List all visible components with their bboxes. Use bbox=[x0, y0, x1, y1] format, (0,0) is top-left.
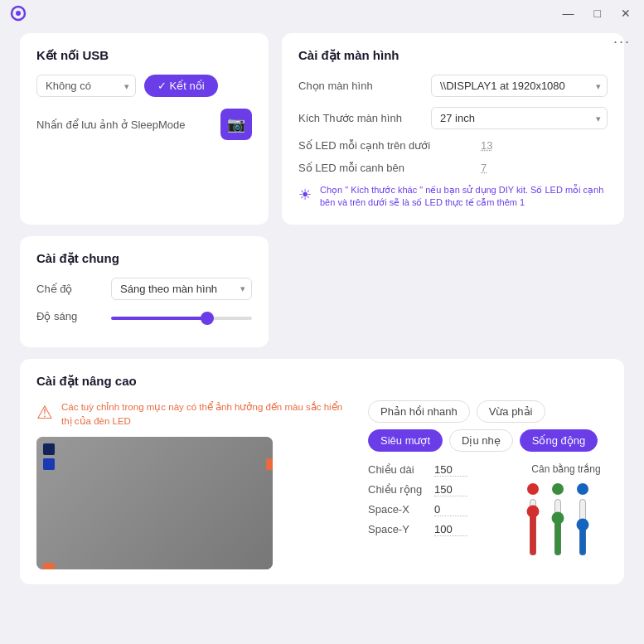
advanced-left: ⚠ Các tuỳ chỉnh trong mục này có thể ảnh… bbox=[36, 400, 351, 570]
top-row: Kết nối USB Không có ✓ Kết nối Nhấn để l… bbox=[20, 33, 624, 225]
general-card: Cài đặt chung Chế độ Sáng theo màn hình … bbox=[20, 236, 269, 347]
blue-slider[interactable] bbox=[574, 498, 591, 556]
maximize-button[interactable]: □ bbox=[591, 7, 604, 20]
red-dot bbox=[527, 483, 539, 495]
hint-icon: ☀ bbox=[298, 186, 312, 204]
space-x-label: Space-X bbox=[368, 503, 434, 516]
mode-select[interactable]: Sáng theo màn hình bbox=[111, 278, 252, 300]
advanced-card-title: Cài đặt nâng cao bbox=[36, 374, 608, 389]
led-bottom-label: Số LED mỗi cạnh trên dưới bbox=[298, 139, 481, 152]
monitor-select-label: Chọn màn hình bbox=[298, 80, 431, 92]
sleep-mode-label: Nhấn để lưu ảnh ở SleepMode bbox=[36, 119, 185, 131]
title-bar-left bbox=[10, 5, 27, 22]
param-and-balance: Chiều dài 150 Chiều rộng 150 Space-X 0 bbox=[368, 463, 608, 556]
hint-text: Chọn " Kích thước khác " nếu bạn sử dụng… bbox=[320, 184, 608, 210]
size-label: Kích Thước màn hình bbox=[298, 112, 431, 124]
camera-icon: 📷 bbox=[227, 115, 245, 133]
mode-btn-vivid[interactable]: Sống động bbox=[520, 429, 598, 452]
led-dot bbox=[43, 443, 55, 455]
led-bottom-row: Số LED mỗi cạnh trên dưới 13 bbox=[298, 139, 608, 152]
balance-title: Cân bằng trắng bbox=[525, 463, 608, 475]
title-bar: — □ ✕ bbox=[0, 0, 644, 27]
usb-card-title: Kết nối USB bbox=[36, 48, 252, 63]
led-dot bbox=[266, 458, 273, 470]
blue-dot bbox=[577, 483, 588, 495]
display-card-title: Cài đặt màn hình bbox=[298, 48, 608, 63]
connect-button[interactable]: ✓ Kết nối bbox=[144, 75, 218, 97]
main-content: Kết nối USB Không có ✓ Kết nối Nhấn để l… bbox=[0, 27, 644, 594]
params-section: Chiều dài 150 Chiều rộng 150 Space-X 0 bbox=[368, 463, 508, 556]
green-dot bbox=[552, 483, 564, 495]
space-y-row: Space-Y 100 bbox=[368, 523, 508, 536]
green-slider[interactable] bbox=[550, 498, 566, 556]
chieu-dai-value: 150 bbox=[434, 463, 467, 477]
size-select[interactable]: 27 inch bbox=[431, 107, 608, 129]
balance-green-col bbox=[550, 483, 566, 556]
hint-box: ☀ Chọn " Kích thước khác " nếu bạn sử dụ… bbox=[298, 184, 608, 210]
brightness-row: Độ sáng bbox=[36, 310, 252, 322]
chieu-rong-label: Chiều rộng bbox=[368, 483, 434, 496]
chieu-rong-row: Chiều rộng 150 bbox=[368, 483, 508, 496]
led-side-row: Số LED mỗi canh bên 7 bbox=[298, 162, 608, 174]
mode-select-wrapper: Sáng theo màn hình bbox=[111, 278, 252, 300]
led-side-label: Số LED mỗi canh bên bbox=[298, 162, 481, 174]
space-x-row: Space-X 0 bbox=[368, 503, 508, 516]
advanced-right: Phản hồi nhanh Vừa phải Siêu mượt Dịu nh… bbox=[368, 400, 608, 570]
brightness-slider[interactable] bbox=[111, 317, 252, 320]
chieu-dai-label: Chiều dài bbox=[368, 463, 434, 476]
mode-btn-soft[interactable]: Dịu nhẹ bbox=[449, 429, 513, 452]
usb-connect-row: Không có ✓ Kết nối bbox=[36, 75, 252, 97]
brightness-label: Độ sáng bbox=[36, 310, 111, 322]
more-options-button[interactable]: ··· bbox=[613, 33, 631, 51]
title-bar-controls: — □ ✕ bbox=[559, 7, 634, 20]
white-balance-section: Cân bằng trắng bbox=[525, 463, 608, 556]
warning-icon: ⚠ bbox=[36, 402, 53, 424]
led-dot bbox=[43, 563, 55, 569]
space-y-label: Space-Y bbox=[368, 523, 434, 535]
monitor-select-row: Chọn màn hình \\DISPLAY1 at 1920x1080 bbox=[298, 75, 608, 97]
advanced-card: Cài đặt nâng cao ⚠ Các tuỳ chỉnh trong m… bbox=[20, 359, 624, 585]
usb-card: Kết nối USB Không có ✓ Kết nối Nhấn để l… bbox=[20, 33, 269, 225]
warning-row: ⚠ Các tuỳ chỉnh trong mục này có thể ảnh… bbox=[36, 400, 351, 429]
usb-select[interactable]: Không có bbox=[36, 75, 136, 97]
mode-btn-smooth[interactable]: Siêu mượt bbox=[368, 429, 443, 452]
mode-label: Chế độ bbox=[36, 283, 111, 295]
chieu-dai-row: Chiều dài 150 bbox=[368, 463, 508, 477]
led-bottom-value: 13 bbox=[481, 139, 492, 152]
space-y-value: 100 bbox=[434, 523, 467, 536]
mode-btn-fast[interactable]: Phản hồi nhanh bbox=[368, 400, 470, 423]
led-preview-background bbox=[36, 437, 273, 569]
balance-sliders bbox=[525, 482, 608, 556]
app-icon bbox=[10, 5, 27, 22]
space-x-value: 0 bbox=[434, 503, 467, 516]
svg-point-1 bbox=[16, 11, 21, 16]
usb-select-wrapper: Không có bbox=[36, 75, 136, 97]
general-card-title: Cài đặt chung bbox=[36, 251, 252, 266]
led-preview bbox=[36, 437, 273, 569]
led-side-value: 7 bbox=[481, 162, 487, 174]
brightness-slider-wrapper bbox=[111, 310, 252, 322]
sleep-mode-row: Nhấn để lưu ảnh ở SleepMode 📷 bbox=[36, 109, 252, 140]
mode-btn-medium[interactable]: Vừa phải bbox=[477, 400, 545, 423]
led-dot bbox=[43, 458, 55, 470]
balance-red-col bbox=[525, 483, 541, 556]
monitor-select[interactable]: \\DISPLAY1 at 1920x1080 bbox=[431, 75, 608, 97]
close-button[interactable]: ✕ bbox=[617, 7, 634, 20]
chieu-rong-value: 150 bbox=[434, 483, 467, 496]
second-row: Cài đặt chung Chế độ Sáng theo màn hình … bbox=[20, 236, 624, 347]
display-card: Cài đặt màn hình Chọn màn hình \\DISPLAY… bbox=[282, 33, 624, 225]
warning-text: Các tuỳ chỉnh trong mục này có thể ảnh h… bbox=[61, 400, 351, 429]
camera-button[interactable]: 📷 bbox=[220, 109, 252, 140]
size-row: Kích Thước màn hình 27 inch bbox=[298, 107, 608, 129]
mode-row: Chế độ Sáng theo màn hình bbox=[36, 278, 252, 300]
size-select-wrapper: 27 inch bbox=[431, 107, 608, 129]
minimize-button[interactable]: — bbox=[559, 7, 578, 20]
red-slider[interactable] bbox=[525, 498, 541, 556]
advanced-body: ⚠ Các tuỳ chỉnh trong mục này có thể ảnh… bbox=[36, 400, 608, 570]
monitor-select-wrapper: \\DISPLAY1 at 1920x1080 bbox=[431, 75, 608, 97]
mode-buttons: Phản hồi nhanh Vừa phải Siêu mượt Dịu nh… bbox=[368, 400, 608, 452]
balance-blue-col bbox=[574, 483, 591, 556]
